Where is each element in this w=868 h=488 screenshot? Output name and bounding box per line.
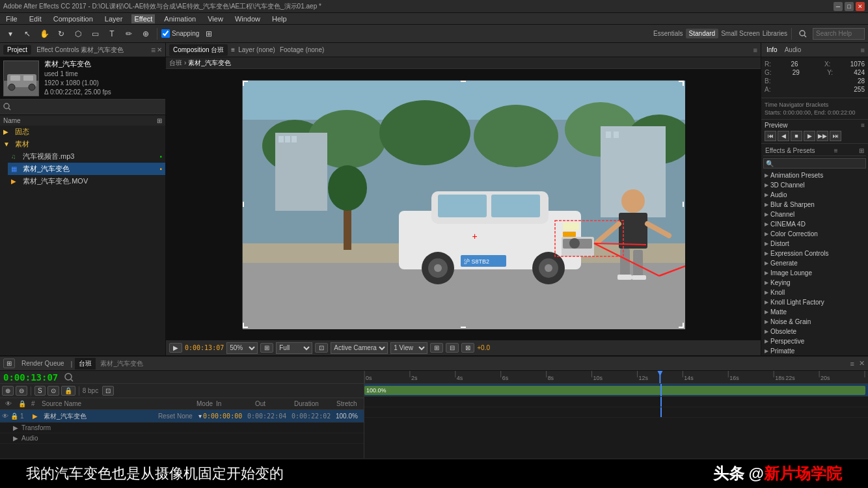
zoom-select[interactable]: 50% 100% 25%	[226, 342, 258, 354]
tool-hand[interactable]: ✋	[37, 27, 51, 41]
handle-bl[interactable]	[243, 323, 248, 328]
effect-blur-sharpen[interactable]: ▶ Blur & Sharpen	[763, 200, 866, 210]
effects-panel-expand[interactable]: ⊞	[859, 147, 864, 154]
playback-controls[interactable]: ▶	[169, 343, 182, 353]
effect-color-correction[interactable]: ▶ Color Correction	[763, 229, 866, 239]
tab-timeline-comp[interactable]: 台班	[75, 358, 96, 370]
menu-animation[interactable]: Animation	[161, 14, 198, 23]
effect-perspective[interactable]: ▶ Perspective	[763, 336, 866, 346]
region-button[interactable]: ⊡	[315, 343, 328, 353]
menu-window[interactable]: Window	[232, 14, 263, 23]
tab-info[interactable]: Info	[765, 46, 780, 54]
comp-item[interactable]: ▦ 素材_汽车变色 ▪	[8, 163, 165, 175]
resolution-select[interactable]: Full Half Quarter	[276, 342, 312, 354]
effect-generate[interactable]: ▶ Generate	[763, 258, 866, 268]
color-depth-btn[interactable]: ⊡	[102, 386, 114, 396]
tab-layer[interactable]: Layer (none)	[238, 46, 275, 53]
mask-button[interactable]: ⊠	[461, 343, 474, 353]
handle-t[interactable]	[461, 81, 466, 86]
effect-knoll-light[interactable]: ▶ Knoll Light Factory	[763, 297, 866, 307]
grid-button[interactable]: ⊞	[430, 343, 443, 353]
right-panel-menu[interactable]: ≡	[861, 46, 865, 54]
effect-3d-channel[interactable]: ▶ 3D Channel	[763, 180, 866, 190]
handle-b[interactable]	[461, 323, 466, 328]
tab-audio[interactable]: Audio	[783, 46, 804, 54]
tool-text[interactable]: T	[105, 27, 119, 41]
menu-composition[interactable]: Composition	[51, 14, 96, 23]
menu-edit[interactable]: Edit	[27, 14, 44, 23]
new-comp-btn[interactable]: ⊞	[3, 359, 15, 368]
layer-eye-icon[interactable]: 👁	[2, 413, 8, 420]
snapping-checkbox[interactable]	[161, 29, 170, 38]
effect-obsolete[interactable]: ▶ Obsolete	[763, 327, 866, 336]
tab-effect-controls[interactable]: Effect Controls 素材_汽车变色	[33, 44, 128, 56]
search-help-input[interactable]	[813, 28, 865, 40]
minimize-button[interactable]: ─	[834, 2, 843, 11]
search-btn[interactable]	[796, 27, 810, 41]
panel-close-icon[interactable]: ✕	[157, 46, 162, 53]
maximize-button[interactable]: □	[845, 2, 854, 11]
effect-matte[interactable]: ▶ Matte	[763, 307, 866, 317]
layer-lock-icon[interactable]: 🔒	[10, 413, 18, 420]
time-search-icon[interactable]	[64, 373, 74, 382]
effect-audio[interactable]: ▶ Audio	[763, 190, 866, 200]
handle-tl[interactable]	[243, 81, 248, 86]
tool-magnet[interactable]: ⊞	[202, 27, 216, 41]
effect-cinema4d[interactable]: ▶ CINEMA 4D	[763, 219, 866, 229]
effect-animation-presets[interactable]: ▶ Animation Presets	[763, 170, 866, 180]
prev-back[interactable]: ◀	[778, 131, 789, 141]
tab-composition[interactable]: Composition 台班	[169, 44, 228, 56]
handle-r[interactable]	[679, 202, 684, 207]
tab-footage[interactable]: Footage (none)	[280, 46, 324, 53]
folder-gudai[interactable]: ▶ 固态	[0, 126, 165, 138]
tool-select[interactable]: ▾	[3, 27, 18, 41]
handle-l[interactable]	[243, 202, 248, 207]
menu-file[interactable]: File	[3, 14, 20, 23]
timeline-panel-menu[interactable]: ≡	[850, 360, 854, 368]
tool-pen[interactable]: ✏	[122, 27, 136, 41]
tool-clone[interactable]: ⊕	[139, 27, 153, 41]
del-layer-btn[interactable]: ⊖	[16, 386, 27, 396]
center-panel-menu[interactable]: ≡	[753, 46, 757, 54]
menu-layer[interactable]: Layer	[102, 14, 126, 23]
prev-stop[interactable]: ■	[791, 131, 802, 141]
tool-rect[interactable]: ▭	[88, 27, 102, 41]
time-display[interactable]: 0:00:13:07	[3, 372, 58, 383]
shy-btn[interactable]: ⊙	[47, 386, 59, 396]
effect-distort[interactable]: ▶ Distort	[763, 239, 866, 249]
new-layer-btn[interactable]: ⊕	[2, 386, 14, 396]
layer-transform[interactable]: ▶ Transform	[0, 423, 364, 433]
layer-reset[interactable]: Reset	[123, 413, 175, 420]
prev-play[interactable]: ▶	[804, 131, 815, 141]
prev-first[interactable]: ⏮	[765, 131, 776, 141]
layer-audio[interactable]: ▶ Audio	[0, 433, 364, 444]
close-button[interactable]: ✕	[856, 2, 865, 11]
effects-panel-menu[interactable]: ≡	[834, 147, 838, 154]
effect-noise-grain[interactable]: ▶ Noise & Grain	[763, 317, 866, 327]
effect-channel[interactable]: ▶ Channel	[763, 210, 866, 219]
guides-button[interactable]: ⊟	[446, 343, 459, 353]
effect-keying[interactable]: ▶ Keying	[763, 278, 866, 288]
file-mov[interactable]: ▶ 素材_汽车变色.MOV	[8, 175, 165, 187]
solo-btn[interactable]: S	[34, 386, 46, 396]
menu-help[interactable]: Help	[269, 14, 290, 23]
camera-select[interactable]: Active Camera	[331, 342, 388, 354]
track-bar-1[interactable]: 100.0%	[364, 386, 865, 395]
effect-primatte[interactable]: ▶ Primatte	[763, 346, 866, 355]
tab-project[interactable]: Project	[3, 45, 31, 55]
breadcrumb-home[interactable]: 台班	[169, 59, 182, 68]
fit-button[interactable]: ⊞	[260, 343, 273, 353]
project-search-input[interactable]	[13, 102, 162, 112]
preview-menu[interactable]: ≡	[861, 122, 865, 129]
prev-fwd[interactable]: ▶▶	[817, 131, 828, 141]
menu-view[interactable]: View	[205, 14, 226, 23]
effect-image-lounge[interactable]: ▶ Image Lounge	[763, 268, 866, 278]
tab-render-queue[interactable]: Render Queue	[18, 359, 68, 368]
file-mp3[interactable]: ♫ 汽车视频音.mp3 ▪	[8, 150, 165, 163]
tool-shape[interactable]: ⬡	[71, 27, 85, 41]
effect-knoll[interactable]: ▶ Knoll	[763, 288, 866, 297]
prev-last[interactable]: ⏭	[830, 131, 841, 141]
view-select[interactable]: 1 View 2 Views	[390, 342, 427, 354]
layer-row-1[interactable]: 👁 🔒 1 ▶ 素材_汽车变色 Reset None ▾ 0:00:00:00 …	[0, 410, 364, 423]
handle-br[interactable]	[679, 323, 684, 328]
